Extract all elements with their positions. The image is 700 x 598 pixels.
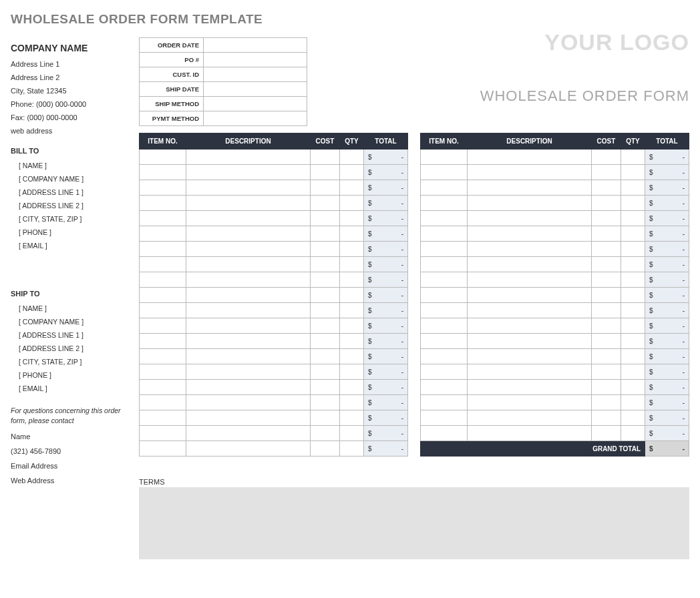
item-no-cell[interactable] — [421, 410, 468, 426]
description-cell[interactable] — [186, 318, 311, 334]
qty-cell[interactable] — [621, 410, 645, 426]
description-cell[interactable] — [468, 242, 592, 257]
cost-cell[interactable] — [311, 303, 340, 318]
qty-cell[interactable] — [340, 288, 364, 303]
qty-cell[interactable] — [621, 395, 645, 410]
description-cell[interactable] — [186, 196, 311, 211]
description-cell[interactable] — [186, 180, 311, 196]
item-no-cell[interactable] — [421, 288, 468, 303]
item-no-cell[interactable] — [140, 257, 186, 272]
ship-to-phone[interactable]: [ PHONE ] — [11, 368, 130, 382]
item-no-cell[interactable] — [421, 303, 468, 318]
item-no-cell[interactable] — [421, 226, 468, 242]
item-no-cell[interactable] — [140, 349, 186, 364]
qty-cell[interactable] — [340, 395, 364, 410]
qty-cell[interactable] — [621, 364, 645, 380]
item-no-cell[interactable] — [140, 196, 186, 211]
cost-cell[interactable] — [311, 257, 340, 272]
description-cell[interactable] — [186, 257, 311, 272]
cost-cell[interactable] — [311, 380, 340, 395]
item-no-cell[interactable] — [140, 426, 186, 441]
description-cell[interactable] — [468, 226, 592, 242]
cost-cell[interactable] — [311, 272, 340, 288]
qty-cell[interactable] — [621, 318, 645, 334]
item-no-cell[interactable] — [140, 334, 186, 349]
description-cell[interactable] — [186, 288, 311, 303]
qty-cell[interactable] — [621, 334, 645, 349]
item-no-cell[interactable] — [421, 165, 468, 180]
ship-to-email[interactable]: [ EMAIL ] — [11, 382, 130, 395]
item-no-cell[interactable] — [421, 272, 468, 288]
qty-cell[interactable] — [621, 196, 645, 211]
item-no-cell[interactable] — [140, 380, 186, 395]
bill-to-email[interactable]: [ EMAIL ] — [11, 239, 130, 252]
cost-cell[interactable] — [311, 288, 340, 303]
qty-cell[interactable] — [621, 303, 645, 318]
meta-po-input[interactable] — [204, 53, 307, 67]
ship-to-csz[interactable]: [ CITY, STATE, ZIP ] — [11, 355, 130, 368]
cost-cell[interactable] — [311, 196, 340, 211]
item-no-cell[interactable] — [140, 441, 186, 457]
qty-cell[interactable] — [621, 272, 645, 288]
cost-cell[interactable] — [592, 303, 621, 318]
item-no-cell[interactable] — [421, 380, 468, 395]
item-no-cell[interactable] — [140, 318, 186, 334]
item-no-cell[interactable] — [140, 395, 186, 410]
cost-cell[interactable] — [592, 165, 621, 180]
qty-cell[interactable] — [340, 426, 364, 441]
item-no-cell[interactable] — [421, 211, 468, 226]
item-no-cell[interactable] — [140, 211, 186, 226]
description-cell[interactable] — [468, 180, 592, 196]
bill-to-csz[interactable]: [ CITY, STATE, ZIP ] — [11, 212, 130, 226]
item-no-cell[interactable] — [421, 364, 468, 380]
qty-cell[interactable] — [621, 226, 645, 242]
qty-cell[interactable] — [621, 380, 645, 395]
qty-cell[interactable] — [621, 165, 645, 180]
meta-ship-date-input[interactable] — [204, 82, 307, 97]
description-cell[interactable] — [186, 334, 311, 349]
cost-cell[interactable] — [311, 426, 340, 441]
qty-cell[interactable] — [340, 165, 364, 180]
qty-cell[interactable] — [340, 349, 364, 364]
qty-cell[interactable] — [340, 380, 364, 395]
description-cell[interactable] — [468, 288, 592, 303]
item-no-cell[interactable] — [421, 196, 468, 211]
description-cell[interactable] — [186, 410, 311, 426]
description-cell[interactable] — [186, 441, 311, 457]
item-no-cell[interactable] — [140, 150, 186, 165]
cost-cell[interactable] — [311, 165, 340, 180]
description-cell[interactable] — [468, 426, 592, 441]
description-cell[interactable] — [468, 380, 592, 395]
description-cell[interactable] — [468, 318, 592, 334]
description-cell[interactable] — [468, 349, 592, 364]
item-no-cell[interactable] — [421, 426, 468, 441]
qty-cell[interactable] — [340, 303, 364, 318]
item-no-cell[interactable] — [140, 410, 186, 426]
item-no-cell[interactable] — [140, 364, 186, 380]
cost-cell[interactable] — [592, 349, 621, 364]
item-no-cell[interactable] — [421, 395, 468, 410]
description-cell[interactable] — [468, 150, 592, 165]
description-cell[interactable] — [186, 364, 311, 380]
description-cell[interactable] — [186, 380, 311, 395]
qty-cell[interactable] — [340, 318, 364, 334]
qty-cell[interactable] — [340, 410, 364, 426]
item-no-cell[interactable] — [421, 318, 468, 334]
cost-cell[interactable] — [311, 226, 340, 242]
cost-cell[interactable] — [592, 196, 621, 211]
description-cell[interactable] — [468, 395, 592, 410]
cost-cell[interactable] — [311, 150, 340, 165]
cost-cell[interactable] — [311, 242, 340, 257]
description-cell[interactable] — [468, 272, 592, 288]
description-cell[interactable] — [186, 303, 311, 318]
qty-cell[interactable] — [621, 180, 645, 196]
bill-to-phone[interactable]: [ PHONE ] — [11, 226, 130, 239]
item-no-cell[interactable] — [140, 272, 186, 288]
cost-cell[interactable] — [311, 441, 340, 457]
cost-cell[interactable] — [592, 426, 621, 441]
bill-to-addr2[interactable]: [ ADDRESS LINE 2 ] — [11, 199, 130, 212]
item-no-cell[interactable] — [421, 150, 468, 165]
description-cell[interactable] — [468, 334, 592, 349]
cost-cell[interactable] — [592, 334, 621, 349]
description-cell[interactable] — [186, 395, 311, 410]
